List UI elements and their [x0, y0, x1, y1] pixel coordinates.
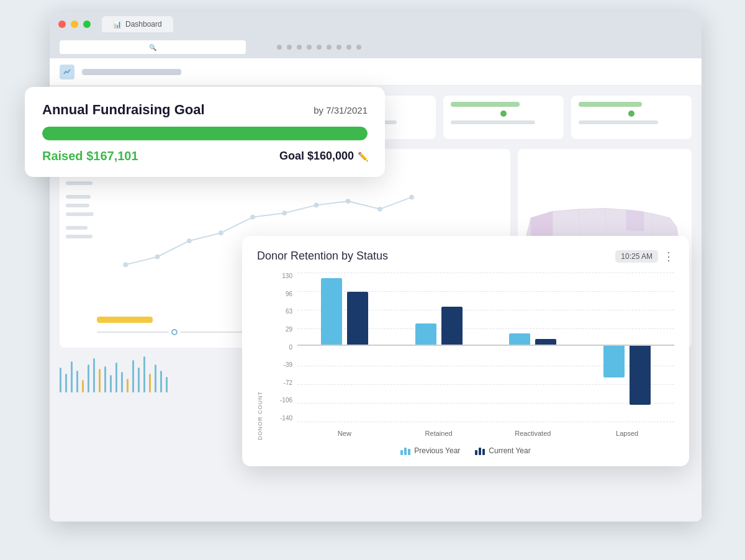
bar-group-reactivated: Reactivated	[494, 273, 572, 422]
orange-bar	[97, 317, 153, 323]
bar-group-lapsed: Lapsed	[587, 273, 666, 422]
bar-reactivated-prev	[509, 333, 530, 345]
zero-line	[297, 345, 674, 346]
tab-label: Dashboard	[125, 20, 162, 29]
nav-dot	[346, 45, 351, 50]
svg-point-7	[346, 199, 351, 204]
retention-meta: 10:25 AM ⋮	[615, 250, 674, 263]
y-axis-label: -39	[266, 361, 297, 368]
goal-value: Goal $160,000	[279, 150, 354, 163]
fundraising-title: Annual Fundraising Goal	[42, 102, 205, 118]
y-axis-label: -72	[266, 379, 297, 386]
nav-dot	[327, 45, 332, 50]
svg-point-6	[314, 203, 319, 208]
nav-dot	[297, 45, 302, 50]
chart-plot: NewRetainedReactivatedLapsed	[297, 273, 674, 440]
address-input[interactable]: 🔍	[60, 40, 246, 54]
nav-dot	[277, 45, 282, 50]
nav-dot	[336, 45, 341, 50]
y-axis-label: 96	[266, 291, 297, 297]
nav-dot	[356, 45, 361, 50]
goal-amount: Goal $160,000 ✏️	[279, 150, 368, 163]
bar-new-prev	[321, 278, 342, 345]
y-axis-title: DONOR COUNT	[257, 273, 263, 440]
chart-icon	[63, 68, 71, 76]
svg-point-4	[250, 215, 255, 220]
maximize-dot[interactable]	[83, 20, 91, 28]
svg-point-0	[123, 263, 128, 268]
y-axis-label: 63	[266, 308, 297, 315]
curr-year-label: Current Year	[489, 446, 530, 455]
app-logo	[60, 65, 74, 79]
y-axis-label: 29	[266, 326, 297, 333]
svg-point-1	[155, 255, 160, 260]
browser-titlebar: 📊 Dashboard	[50, 12, 702, 36]
svg-point-5	[282, 210, 287, 215]
bar-new-curr	[347, 292, 368, 344]
bar-lapsed-curr	[630, 345, 651, 405]
y-axis-label: -140	[266, 415, 297, 422]
minimize-dot[interactable]	[71, 20, 78, 28]
y-axis-container: DONOR COUNT 1309663290-39-72-106-140	[257, 273, 297, 440]
fundraising-goal-card: Annual Fundraising Goal by 7/31/2021 Rai…	[25, 87, 385, 177]
y-axis-labels: 1309663290-39-72-106-140	[266, 273, 297, 440]
metric-card-5	[571, 96, 692, 139]
y-axis-label: 130	[266, 273, 297, 279]
fundraising-header: Annual Fundraising Goal by 7/31/2021	[42, 102, 368, 118]
bar-retained-curr	[441, 307, 463, 344]
svg-point-2	[187, 238, 192, 243]
slider-handle-left[interactable]	[171, 329, 178, 335]
time-badge: 10:25 AM	[615, 250, 658, 263]
metric-card-4	[443, 96, 564, 139]
fundraising-date: by 7/31/2021	[314, 105, 368, 115]
nav-dot	[287, 45, 292, 50]
edit-icon[interactable]: ✏️	[358, 151, 368, 161]
bar-group-retained: Retained	[399, 273, 478, 422]
svg-point-9	[409, 195, 414, 200]
retention-header: Donor Retention by Status 10:25 AM ⋮	[257, 250, 674, 263]
prev-year-label: Previous Year	[414, 446, 460, 455]
nav-dot	[317, 45, 322, 50]
y-axis-label: 0	[266, 344, 297, 351]
y-axis-label: -106	[266, 397, 297, 404]
progress-bar-fill	[42, 127, 368, 140]
x-label-reactivated: Reactivated	[494, 430, 572, 437]
svg-point-8	[377, 207, 382, 212]
more-options-button[interactable]: ⋮	[663, 251, 674, 262]
legend-previous-year: Previous Year	[400, 446, 460, 455]
fundraising-footer: Raised $167,101 Goal $160,000 ✏️	[42, 149, 368, 163]
retention-title: Donor Retention by Status	[257, 250, 388, 263]
bar-reactivated-curr	[535, 339, 556, 345]
search-icon: 🔍	[149, 44, 156, 51]
nav-dot	[307, 45, 312, 50]
tab-icon: 📊	[113, 20, 122, 29]
bar-retained-prev	[415, 323, 436, 345]
svg-point-3	[219, 230, 224, 235]
bar-lapsed-prev	[603, 345, 625, 377]
close-dot[interactable]	[58, 20, 66, 28]
x-label-lapsed: Lapsed	[587, 430, 666, 437]
browser-tab[interactable]: 📊 Dashboard	[102, 16, 173, 32]
legend-current-year: Current Year	[475, 446, 530, 455]
x-label-new: New	[305, 430, 384, 437]
donor-retention-card: Donor Retention by Status 10:25 AM ⋮ DON…	[242, 236, 689, 466]
app-title-placeholder	[82, 69, 181, 75]
raised-amount: Raised $167,101	[42, 149, 138, 163]
chart-legend: Previous Year Current Year	[257, 446, 674, 455]
grid-line	[297, 422, 674, 422]
nav-dots	[277, 45, 361, 50]
progress-bar-container	[42, 127, 368, 140]
curr-year-icon	[475, 446, 485, 455]
prev-year-icon	[400, 446, 410, 455]
bar-group-new: New	[305, 273, 384, 422]
browser-addressbar: 🔍	[50, 36, 702, 58]
chart-container: DONOR COUNT 1309663290-39-72-106-140 New…	[257, 273, 674, 440]
x-label-retained: Retained	[399, 430, 478, 437]
app-header	[50, 58, 702, 86]
